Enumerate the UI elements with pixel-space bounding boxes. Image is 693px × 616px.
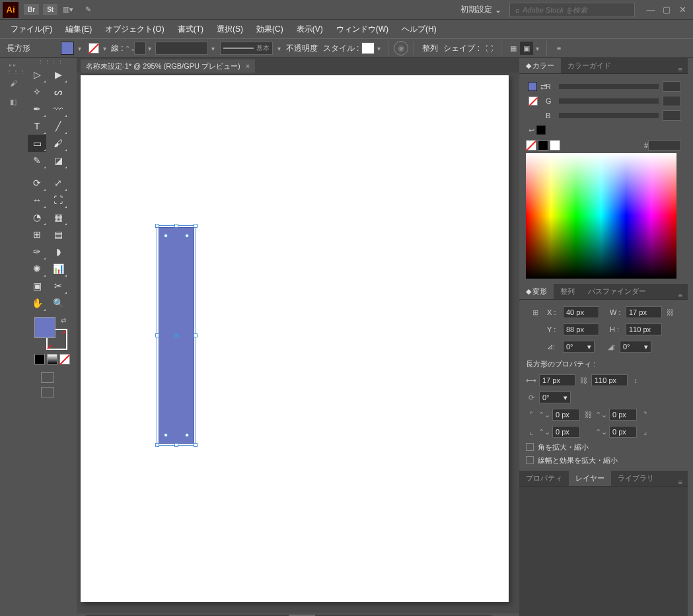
stock-search[interactable]: ⌕ <box>509 3 635 17</box>
menu-help[interactable]: ヘルプ(H) <box>395 21 443 38</box>
swap-fill-stroke-icon[interactable]: ⇄ <box>61 317 66 324</box>
width-tool[interactable]: ↔ <box>28 191 46 209</box>
reference-point[interactable]: ⊞ <box>526 307 544 318</box>
white-swatch[interactable] <box>550 140 560 151</box>
align-label[interactable]: 整列 <box>422 43 438 54</box>
corner-br-input[interactable] <box>609 426 637 438</box>
current-color[interactable] <box>536 125 546 135</box>
corner-bl-input[interactable] <box>552 426 580 438</box>
menu-select[interactable]: 選択(S) <box>210 21 250 38</box>
scrollbar-horizontal[interactable]: ◀ ▶ <box>77 613 519 616</box>
fill-box[interactable] <box>34 317 55 338</box>
menu-file[interactable]: ファイル(F) <box>4 21 59 38</box>
scale-tool[interactable]: ⤢ <box>49 174 67 191</box>
shape-mode-icon[interactable]: ⛶ <box>482 42 495 55</box>
g-value[interactable] <box>663 96 681 106</box>
color-spectrum[interactable] <box>526 153 676 279</box>
paintbrush-tool[interactable]: 🖌 <box>49 135 67 152</box>
stroke-swatch[interactable] <box>89 43 99 53</box>
palette-icon[interactable]: ◧ <box>7 95 20 108</box>
tab-close-icon[interactable]: × <box>246 62 250 70</box>
w-input[interactable] <box>626 306 662 318</box>
link-rect-wh-icon[interactable]: ⛓ <box>578 375 589 386</box>
stroke-indicator[interactable] <box>529 96 538 106</box>
stroke-dropdown[interactable]: ▾ <box>100 45 108 52</box>
blend-tool[interactable]: ◗ <box>49 243 67 260</box>
opacity-label[interactable]: 不透明度 <box>286 43 318 54</box>
stock-button[interactable]: St <box>43 4 57 15</box>
shear-input[interactable]: 0°▾ <box>620 341 651 353</box>
style-swatch[interactable] <box>361 42 375 54</box>
stroke-weight-input[interactable] <box>134 42 146 55</box>
minimize-button[interactable]: — <box>643 3 659 17</box>
corner-tr-input[interactable] <box>609 409 637 421</box>
dock-grip[interactable]: ▸▸ <box>7 62 20 67</box>
color-mode-gradient[interactable] <box>47 354 57 364</box>
close-button[interactable]: ✕ <box>675 3 690 17</box>
stroke-profile-dropdown[interactable]: ▾ <box>209 45 217 52</box>
paint-icon[interactable]: 🖌 <box>7 77 20 90</box>
tab-libraries[interactable]: ライブラリ <box>611 471 661 486</box>
slice-tool[interactable]: ✂ <box>49 277 67 294</box>
tools-grip[interactable]: ⋮⋮⋮⋮ <box>26 59 77 66</box>
type-tool[interactable]: T <box>28 118 46 135</box>
color-mode-none[interactable] <box>59 354 70 364</box>
shape-label[interactable]: シェイプ : <box>443 43 480 54</box>
document-tab[interactable]: 名称未設定-1* @ 295% (RGB/GPU プレビュー) × <box>81 59 255 73</box>
tab-color-guide[interactable]: カラーガイド <box>561 58 618 73</box>
mesh-tool[interactable]: ⊞ <box>28 226 46 243</box>
r-slider[interactable] <box>559 84 659 89</box>
last-color-icon[interactable]: ↩ <box>526 125 536 135</box>
color-mode-solid[interactable] <box>34 354 45 364</box>
isolate-icon[interactable]: ▦ <box>507 42 520 55</box>
zoom-tool[interactable]: 🔍 <box>49 294 67 312</box>
tab-transform[interactable]: ◆変形 <box>519 284 554 299</box>
fill-indicator[interactable] <box>528 82 537 91</box>
r-value[interactable] <box>663 81 681 92</box>
menu-effect[interactable]: 効果(C) <box>250 21 290 38</box>
control-dropdown[interactable]: ▾ <box>533 45 541 52</box>
gradient-tool[interactable]: ▤ <box>49 226 67 243</box>
angle-input[interactable]: 0°▾ <box>563 341 595 353</box>
perspective-grid-tool[interactable]: ▦ <box>49 209 67 226</box>
maximize-button[interactable]: ▢ <box>659 3 675 17</box>
edit-contents-icon[interactable]: ▣ <box>520 42 533 55</box>
magic-wand-tool[interactable]: ✧ <box>28 83 46 100</box>
canvas[interactable] <box>77 73 519 613</box>
corner-tl-input[interactable] <box>552 409 580 421</box>
rect-w-input[interactable] <box>539 374 575 386</box>
scale-corners-checkbox[interactable]: 角を拡大・縮小 <box>526 440 681 454</box>
g-slider[interactable] <box>559 98 659 104</box>
scale-strokes-checkbox[interactable]: 線幅と効果を拡大・縮小 <box>526 454 681 467</box>
tab-color[interactable]: ◆カラー <box>519 58 561 73</box>
rotate-tool[interactable]: ⟳ <box>28 174 46 191</box>
menu-window[interactable]: ウィンドウ(W) <box>330 21 395 38</box>
stroke-weight-dropdown[interactable]: ▾ <box>146 45 154 52</box>
menu-edit[interactable]: 編集(E) <box>59 21 98 38</box>
direct-selection-tool[interactable]: ▶ <box>49 66 67 83</box>
selection-tool[interactable]: ▷ <box>28 66 46 83</box>
swap-icon[interactable]: ⇄ <box>540 83 546 91</box>
rect-h-input[interactable] <box>591 374 628 386</box>
gpu-icon[interactable]: ✎ <box>81 3 94 17</box>
transform-panel-menu-icon[interactable]: ≡ <box>673 291 688 299</box>
brush-dropdown[interactable]: ▾ <box>275 45 283 52</box>
menu-view[interactable]: 表示(V) <box>290 21 330 38</box>
hex-value[interactable] <box>648 140 681 151</box>
color-panel-menu-icon[interactable]: ≡ <box>673 65 688 73</box>
fill-swatch[interactable] <box>61 42 74 55</box>
lasso-tool[interactable]: ᔕ <box>49 83 67 100</box>
tab-properties[interactable]: プロパティ <box>519 471 569 486</box>
black-swatch[interactable] <box>538 140 548 151</box>
y-input[interactable] <box>563 324 599 335</box>
eraser-tool[interactable]: ◪ <box>49 152 67 169</box>
none-swatch[interactable] <box>526 140 536 151</box>
rect-angle-input[interactable]: 0°▾ <box>539 392 571 403</box>
dock-grip-2[interactable]: ⋮⋮⋮ <box>7 69 20 74</box>
brush-select[interactable]: 基本 <box>220 42 273 55</box>
layers-panel[interactable] <box>519 487 688 616</box>
x-input[interactable] <box>563 306 599 318</box>
style-dropdown[interactable]: ▾ <box>375 45 383 52</box>
h-input[interactable] <box>626 324 662 335</box>
bridge-button[interactable]: Br <box>24 4 39 15</box>
